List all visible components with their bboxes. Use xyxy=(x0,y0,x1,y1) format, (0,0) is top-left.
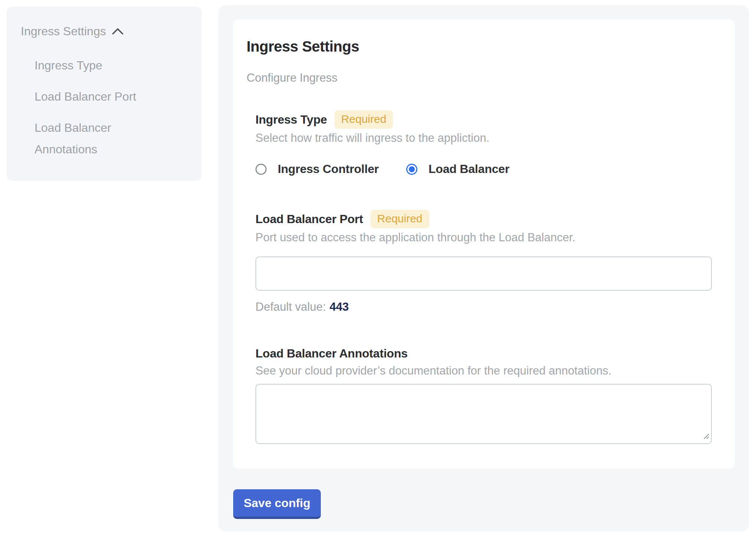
default-value-row: Default value:443 xyxy=(255,300,721,314)
lb-annotations-textarea-wrap xyxy=(255,384,712,444)
ingress-type-label-row: Ingress Type Required xyxy=(255,110,721,129)
sidebar-group-ingress-settings[interactable]: Ingress Settings xyxy=(21,24,188,38)
ingress-type-radio-group: Ingress Controller Load Balancer xyxy=(255,162,721,176)
default-value-label: Default value: xyxy=(255,300,326,313)
load-balancer-port-input[interactable] xyxy=(255,257,712,291)
sidebar-group-label: Ingress Settings xyxy=(21,24,106,38)
radio-checked-icon[interactable] xyxy=(406,164,417,175)
section-load-balancer-annotations: Load Balancer Annotations See your cloud… xyxy=(255,345,721,444)
main-panel: Ingress Settings Configure Ingress Ingre… xyxy=(218,5,749,532)
radio-option-ingress-controller[interactable]: Ingress Controller xyxy=(255,162,379,176)
radio-label-load-balancer: Load Balancer xyxy=(428,162,509,176)
radio-option-load-balancer[interactable]: Load Balancer xyxy=(406,162,509,176)
lb-port-label-row: Load Balancer Port Required xyxy=(255,210,721,228)
form-sections: Ingress Type Required Select how traffic… xyxy=(255,110,721,444)
required-badge: Required xyxy=(335,110,393,129)
lb-annotations-label: Load Balancer Annotations xyxy=(255,347,408,360)
save-config-button[interactable]: Save config xyxy=(233,489,321,519)
ingress-settings-card: Ingress Settings Configure Ingress Ingre… xyxy=(233,19,735,469)
page-subtitle: Configure Ingress xyxy=(247,71,721,85)
ingress-type-description: Select how traffic will ingress to the a… xyxy=(255,131,721,145)
settings-outline-sidebar: Ingress Settings Ingress Type Load Balan… xyxy=(7,7,202,181)
lb-annotations-description: See your cloud provider’s documentation … xyxy=(255,364,721,378)
lb-annotations-label-row: Load Balancer Annotations xyxy=(255,345,721,362)
default-value-number: 443 xyxy=(330,300,349,313)
lb-port-label: Load Balancer Port xyxy=(255,212,363,226)
lb-port-description: Port used to access the application thro… xyxy=(255,231,721,245)
sidebar-item-ingress-type[interactable]: Ingress Type xyxy=(35,55,157,76)
page-title: Ingress Settings xyxy=(247,38,721,55)
required-badge: Required xyxy=(371,210,429,228)
radio-unchecked-icon[interactable] xyxy=(255,164,267,175)
load-balancer-annotations-textarea[interactable] xyxy=(255,384,712,444)
radio-label-ingress-controller: Ingress Controller xyxy=(278,162,379,176)
ingress-type-label: Ingress Type xyxy=(255,113,327,127)
chevron-up-icon xyxy=(112,24,124,38)
sidebar-item-load-balancer-port[interactable]: Load Balancer Port xyxy=(35,86,157,107)
sidebar-item-list: Ingress Type Load Balancer Port Load Bal… xyxy=(35,55,188,160)
sidebar-item-load-balancer-annotations[interactable]: Load Balancer Annotations xyxy=(35,117,157,160)
section-load-balancer-port: Load Balancer Port Required Port used to… xyxy=(255,210,721,314)
section-ingress-type: Ingress Type Required Select how traffic… xyxy=(255,110,721,176)
